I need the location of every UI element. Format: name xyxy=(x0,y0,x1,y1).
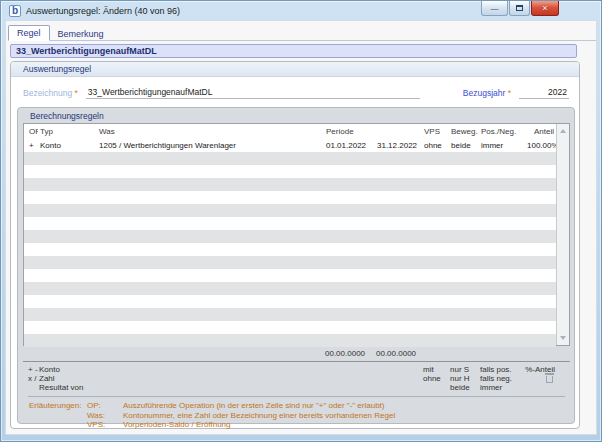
cell-anteil: 100.00% xyxy=(525,139,556,152)
note-key: Was: xyxy=(87,411,123,421)
close-icon: × xyxy=(542,3,547,13)
table-header-row: OP Typ Was Periode VPS Beweg. Pos./Neg. … xyxy=(24,124,556,139)
maximize-button[interactable] xyxy=(509,1,530,16)
table-row[interactable]: + Konto 1205 / Wertberichtigungen Warenl… xyxy=(24,139,556,152)
calc-panel-title: Berechnungsregeln xyxy=(18,108,574,123)
legend-vps: mit ohne xyxy=(421,365,448,392)
col-periode-bis xyxy=(375,124,422,139)
total-bis: 00.00.0000 xyxy=(374,348,421,361)
titlebar[interactable]: b Auswertungsregel: Ändern (40 von 96) —… xyxy=(5,1,597,20)
app-window: b Auswertungsregel: Ändern (40 von 96) —… xyxy=(0,0,602,442)
scroll-down-icon[interactable] xyxy=(557,332,569,344)
auswertungsregel-group: Auswertungsregel Bezeichnung * 33_Wertbe… xyxy=(10,61,580,429)
minimize-button[interactable]: — xyxy=(481,1,508,16)
note-key: OP: xyxy=(87,401,123,411)
col-beweg: Beweg. xyxy=(449,124,479,139)
legend: + - x / Konto Zahl Resultat von mit ohne xyxy=(23,365,570,392)
cell-bis: 31.12.2022 xyxy=(375,139,422,152)
legend-anteil: %-Anteil xyxy=(524,365,557,392)
legend-op: + - x / xyxy=(23,365,37,392)
legend-what: Konto Zahl Resultat von xyxy=(37,365,323,392)
berechnungsregeln-panel: Berechnungsregeln OP Typ Was Periode VPS… xyxy=(17,107,575,424)
col-was: Was xyxy=(97,124,324,139)
col-typ: Typ xyxy=(38,124,97,139)
tab-bar: Regel Bemerkung xyxy=(8,24,596,41)
close-button[interactable]: × xyxy=(531,1,559,16)
required-marker: * xyxy=(508,88,511,98)
fields-row: Bezeichnung * 33_WertberichtigungenaufMa… xyxy=(11,77,579,103)
legend-posneg: falls pos. falls neg. immer xyxy=(478,365,524,392)
col-anteil: Anteil xyxy=(525,124,556,139)
rules-table[interactable]: OP Typ Was Periode VPS Beweg. Pos./Neg. … xyxy=(23,123,570,346)
cell-beweg: beide xyxy=(449,139,479,152)
bezeichnung-field[interactable]: 33_WertberichtigungenaufMatDL xyxy=(86,87,420,99)
bezugsjahr-field[interactable]: 2022 xyxy=(519,87,569,99)
col-vps: VPS xyxy=(422,124,449,139)
client-area: Regel Bemerkung 33_Wertberichtigungenauf… xyxy=(5,20,597,435)
note-key: VPS: xyxy=(87,420,123,430)
tab-bemerkung[interactable]: Bemerkung xyxy=(50,27,112,41)
notes-title: Erläuterungen: xyxy=(29,401,87,411)
minimize-icon: — xyxy=(491,4,499,13)
bezeichnung-label: Bezeichnung * xyxy=(23,88,78,98)
table-scrollbar[interactable] xyxy=(556,124,569,345)
total-von: 00.00.0000 xyxy=(323,348,374,361)
cell-von: 01.01.2022 xyxy=(324,139,375,152)
legend-beweg: nur S nur H beide xyxy=(448,365,478,392)
rule-name-banner: 33_WertberichtigungenaufMatDL xyxy=(10,44,577,58)
cell-op: + xyxy=(24,139,38,152)
cell-posneg: immer xyxy=(479,139,525,152)
col-op: OP xyxy=(24,124,38,139)
notes-section: Erläuterungen: OP: Auszuführende Operati… xyxy=(29,401,570,430)
maximize-icon xyxy=(516,5,523,11)
tab-regel[interactable]: Regel xyxy=(8,25,50,41)
app-icon: b xyxy=(9,5,21,17)
trash-icon[interactable] xyxy=(546,376,553,383)
required-marker: * xyxy=(75,88,78,98)
cell-vps: ohne xyxy=(422,139,449,152)
scroll-up-icon[interactable] xyxy=(557,125,569,137)
totals-row: 00.00.0000 00.00.0000 xyxy=(23,348,570,362)
note-text: Vorperioden-Saldo / Eröffnung xyxy=(123,420,570,430)
cell-typ: Konto xyxy=(38,139,97,152)
bezugsjahr-label: Bezugsjahr * xyxy=(463,88,511,98)
empty-rows xyxy=(24,152,556,347)
note-text: Auszuführende Operation (in der ersten Z… xyxy=(123,401,570,411)
col-periode: Periode xyxy=(324,124,375,139)
group-title: Auswertungsregel xyxy=(11,62,579,77)
window-title: Auswertungsregel: Ändern (40 von 96) xyxy=(26,6,180,16)
col-posneg: Pos./Neg. xyxy=(479,124,525,139)
note-text: Kontonummer, eine Zahl oder Bezeichnung … xyxy=(123,411,570,421)
cell-was: 1205 / Wertberichtigungen Warenlager xyxy=(97,139,324,152)
window-controls: — × xyxy=(480,1,559,16)
divider xyxy=(28,396,565,397)
